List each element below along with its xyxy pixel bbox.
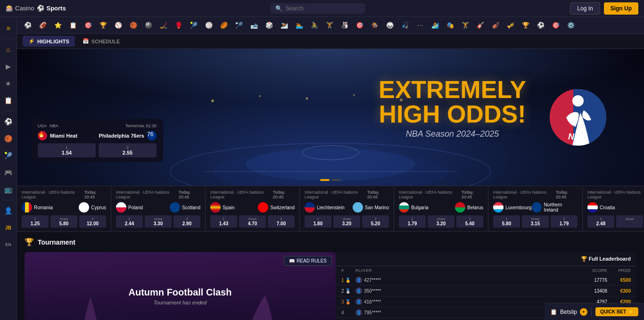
sidebar-jb-icon[interactable]: JB bbox=[1, 220, 16, 235]
sidebar-tennis-icon[interactable]: 🎾 bbox=[1, 148, 16, 163]
sport-icon-extra3[interactable]: 🏋 bbox=[458, 19, 472, 32]
sidebar-football-icon[interactable]: ⚽ bbox=[1, 114, 16, 129]
card-draw-4[interactable]: draw 3.20 bbox=[428, 215, 454, 228]
sport-icon-extra8[interactable]: ⚽ bbox=[534, 19, 548, 32]
away-win-odd[interactable]: 2 2.55 bbox=[99, 143, 157, 157]
card-odds-6: 1 2.48 draw 2 bbox=[587, 215, 644, 228]
sport-icon-hockey[interactable]: 🏒 bbox=[157, 19, 171, 32]
nba-circle-logo: NBA bbox=[550, 89, 606, 146]
sport-icon-trophy[interactable]: 🏆 bbox=[96, 19, 110, 32]
card-team2-0: Cyprus bbox=[79, 202, 106, 213]
sidebar-basketball-icon[interactable]: 🏀 bbox=[1, 131, 16, 146]
sports-label: Sports bbox=[46, 5, 66, 12]
betslip-button[interactable]: 📋 Betslip + bbox=[550, 308, 587, 316]
sidebar-esports-icon[interactable]: 🎮 bbox=[1, 165, 16, 180]
sport-icon-baseball[interactable]: ⚾ bbox=[111, 19, 125, 32]
signup-button[interactable]: Sign Up bbox=[604, 2, 638, 15]
match-cards-row: International · UEFA Nations League Toda… bbox=[17, 186, 644, 232]
card-draw-1[interactable]: draw 3.30 bbox=[145, 215, 172, 228]
card-odd1-5[interactable]: 1 5.80 bbox=[493, 215, 520, 228]
sport-icon-boxing[interactable]: 🥊 bbox=[172, 19, 186, 32]
sport-icon-extra2[interactable]: 🎭 bbox=[443, 19, 457, 32]
card-odds-5: 1 5.80 draw 3.15 2 1.79 bbox=[493, 215, 578, 228]
card-draw-0[interactable]: draw 5.80 bbox=[50, 215, 77, 228]
search-input[interactable] bbox=[285, 5, 360, 12]
sport-icon-extra5[interactable]: 🎻 bbox=[488, 19, 503, 32]
card-odd1-0[interactable]: 1 1.25 bbox=[22, 215, 49, 228]
tab-highlights[interactable]: ⚡ Highlights bbox=[23, 36, 75, 47]
sport-icon-mma[interactable]: 🥋 bbox=[383, 19, 397, 32]
flag2-4 bbox=[455, 202, 465, 213]
card-league-5: International · UEFA Nations League bbox=[493, 190, 556, 199]
sport-icon-bowling[interactable]: 🎳 bbox=[338, 19, 352, 32]
sport-icon-ski[interactable]: 🎿 bbox=[247, 19, 261, 32]
sport-icon-tennis[interactable]: 🎾 bbox=[187, 19, 201, 32]
login-button[interactable]: Log In bbox=[570, 2, 600, 15]
home-win-odd[interactable]: 1 1.54 bbox=[38, 143, 96, 157]
sport-icon-rugby[interactable]: 🏉 bbox=[217, 19, 231, 32]
sport-icon-dice[interactable]: 🎲 bbox=[262, 19, 276, 32]
flag1-0 bbox=[22, 202, 32, 213]
sport-icon-extra4[interactable]: 🎸 bbox=[473, 19, 487, 32]
sidebar-user-icon[interactable]: 👤 bbox=[1, 203, 16, 218]
card-odd2-5[interactable]: 2 1.79 bbox=[551, 215, 578, 228]
search-bar[interactable]: 🔍 bbox=[271, 3, 365, 14]
sport-icon-extra9[interactable]: 🎯 bbox=[549, 19, 563, 32]
card-odd1-4[interactable]: 1 1.79 bbox=[399, 215, 426, 228]
sport-icon-settings[interactable]: ⚙️ bbox=[564, 19, 578, 32]
sidebar-language-icon[interactable]: EN bbox=[1, 237, 16, 252]
card-odd2-0[interactable]: 2 12.00 bbox=[79, 215, 106, 228]
sidebar-menu-icon[interactable]: ≡ bbox=[1, 21, 16, 36]
sport-icon-extra7[interactable]: 🏆 bbox=[519, 19, 533, 32]
hero-dot-2[interactable] bbox=[331, 179, 341, 181]
quick-bet-button[interactable]: QUICK BET ⚡ bbox=[595, 307, 638, 316]
sports-icon: ⚽ bbox=[37, 5, 44, 12]
sport-icon-football[interactable]: 🏈 bbox=[36, 19, 50, 32]
sport-icon-swim[interactable]: 🏊 bbox=[292, 19, 306, 32]
sports-logo[interactable]: ⚽ Sports bbox=[37, 5, 66, 12]
sport-icon-bike[interactable]: 🚴 bbox=[307, 19, 322, 32]
sidebar-live-icon[interactable]: ▶ bbox=[1, 59, 16, 74]
card-draw-3[interactable]: draw 3.20 bbox=[333, 215, 360, 228]
card-odd2-3[interactable]: 2 5.20 bbox=[362, 215, 389, 228]
sport-icon-basketball[interactable]: 🏀 bbox=[126, 19, 140, 32]
sport-icon-billiards[interactable]: 🎱 bbox=[141, 19, 156, 32]
sport-icon-soccer[interactable]: ⚽ bbox=[21, 19, 35, 32]
hero-title-2: HIGH ODDS! bbox=[379, 100, 526, 128]
sport-icon-person[interactable]: 🎯 bbox=[81, 19, 95, 32]
match-card-1: International · UEFA Nations League Toda… bbox=[111, 186, 206, 231]
hero-dot-1[interactable] bbox=[320, 179, 330, 181]
sidebar-home-icon[interactable]: ⌂ bbox=[1, 42, 16, 57]
sport-icon-volleyball[interactable]: 🏐 bbox=[202, 19, 216, 32]
sidebar-schedule-icon[interactable]: 📋 bbox=[1, 93, 16, 108]
sport-icon-horse[interactable]: 🏇 bbox=[368, 19, 382, 32]
hero-headline: EXTREMELY HIGH ODDS! NBA Season 2024–202… bbox=[379, 77, 526, 139]
sport-icon-weights[interactable]: 🏋️ bbox=[322, 19, 337, 32]
sport-icon-alpine[interactable]: ⛷️ bbox=[277, 19, 291, 32]
sport-icon-list[interactable]: 📋 bbox=[66, 19, 80, 32]
card-odd1-6[interactable]: 1 2.48 bbox=[587, 215, 614, 228]
sidebar-favorites-icon[interactable]: ★ bbox=[1, 76, 16, 91]
sport-icon-badminton[interactable]: 🏸 bbox=[232, 19, 246, 32]
card-odd1-1[interactable]: 1 2.44 bbox=[116, 215, 143, 228]
sport-icon-extra6[interactable]: 🎺 bbox=[504, 19, 518, 32]
sport-icon-extra1[interactable]: 🏄 bbox=[428, 19, 442, 32]
card-odd1-3[interactable]: 1 1.80 bbox=[305, 215, 331, 228]
card-draw-6[interactable]: draw bbox=[616, 215, 643, 228]
casino-logo[interactable]: 🎰 Casino bbox=[6, 5, 34, 12]
card-odd2-1[interactable]: 2 2.90 bbox=[173, 215, 200, 228]
read-rules-button[interactable]: 📖 READ RULES bbox=[284, 256, 332, 266]
card-odd2-4[interactable]: 2 5.40 bbox=[456, 215, 483, 228]
sport-icon-darts[interactable]: 🎯 bbox=[353, 19, 367, 32]
sport-icon-fishing[interactable]: 🎣 bbox=[398, 19, 412, 32]
card-odd1-2[interactable]: 1 1.43 bbox=[210, 215, 237, 228]
sidebar-tv-icon[interactable]: 📺 bbox=[1, 182, 16, 197]
card-draw-2[interactable]: draw 4.70 bbox=[239, 215, 266, 228]
sport-icon-star[interactable]: ⭐ bbox=[51, 19, 65, 32]
card-odd2-2[interactable]: 2 7.00 bbox=[268, 215, 295, 228]
tab-schedule[interactable]: 📅 Schedule bbox=[77, 36, 126, 47]
card-draw-5[interactable]: draw 3.15 bbox=[522, 215, 549, 228]
sport-icon-more[interactable]: ⋯ bbox=[413, 19, 427, 32]
match-league-info: USA · NBA Tomorrow, 01:30 bbox=[38, 123, 157, 128]
card-time-0: Today, 20:45 bbox=[84, 190, 106, 199]
